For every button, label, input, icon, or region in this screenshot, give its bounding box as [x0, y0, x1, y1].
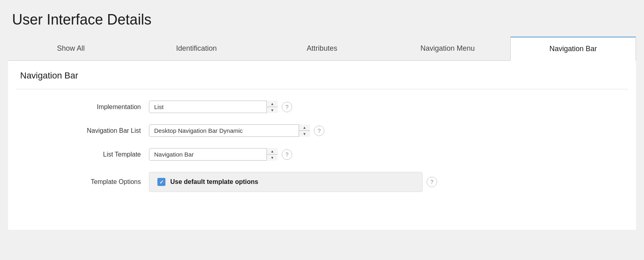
list-template-control-wrapper: Navigation Bar Custom Template ▲ ▼ ? [149, 148, 292, 161]
use-default-template-label: Use default template options [170, 178, 258, 186]
nav-bar-list-stepper-down[interactable]: ▼ [299, 131, 310, 137]
list-template-label: List Template [20, 151, 149, 158]
list-template-help-icon[interactable]: ? [282, 149, 292, 160]
tab-show-all[interactable]: Show All [8, 37, 134, 61]
implementation-help-icon[interactable]: ? [282, 102, 292, 112]
implementation-label: Implementation [20, 103, 149, 111]
template-options-control-wrapper: Use default template options ? [149, 172, 437, 192]
nav-bar-list-row: Navigation Bar List Desktop Navigation B… [20, 124, 628, 137]
tab-identification[interactable]: Identification [134, 37, 259, 61]
use-default-template-checkbox[interactable] [157, 178, 165, 186]
nav-bar-list-control-wrapper: Desktop Navigation Bar Dynamic Mobile Na… [149, 124, 324, 137]
implementation-stepper-up[interactable]: ▲ [267, 101, 278, 107]
nav-bar-list-help-icon[interactable]: ? [314, 126, 324, 136]
tab-attributes[interactable]: Attributes [259, 37, 385, 61]
list-template-select-wrapper: Navigation Bar Custom Template ▲ ▼ [149, 148, 278, 161]
implementation-control-wrapper: List Tabs Buttons ▲ ▼ ? [149, 101, 292, 113]
nav-bar-list-label: Navigation Bar List [20, 127, 149, 134]
content-area: Navigation Bar Implementation List Tabs … [8, 61, 636, 230]
nav-bar-list-stepper-up[interactable]: ▲ [299, 124, 310, 131]
template-options-help-icon[interactable]: ? [427, 177, 437, 187]
list-template-stepper: ▲ ▼ [266, 148, 278, 161]
template-options-row: Template Options Use default template op… [20, 172, 628, 192]
nav-bar-list-select-wrapper: Desktop Navigation Bar Dynamic Mobile Na… [149, 124, 310, 137]
section-title: Navigation Bar [16, 70, 628, 81]
list-template-row: List Template Navigation Bar Custom Temp… [20, 148, 628, 161]
tabs-bar: Show All Identification Attributes Navig… [8, 36, 636, 61]
section-divider [16, 89, 628, 89]
template-options-label: Template Options [20, 178, 149, 186]
implementation-stepper: ▲ ▼ [266, 101, 278, 113]
list-template-select[interactable]: Navigation Bar Custom Template [149, 148, 278, 161]
template-options-box: Use default template options [149, 172, 423, 192]
page-container: User Interface Details Show All Identifi… [0, 0, 644, 260]
nav-bar-list-stepper: ▲ ▼ [299, 124, 310, 137]
implementation-row: Implementation List Tabs Buttons ▲ ▼ [20, 101, 628, 113]
implementation-select[interactable]: List Tabs Buttons [149, 101, 278, 113]
list-template-stepper-down[interactable]: ▼ [267, 155, 278, 161]
list-template-stepper-up[interactable]: ▲ [267, 148, 278, 155]
tab-navigation-menu[interactable]: Navigation Menu [385, 37, 510, 61]
page-title: User Interface Details [8, 11, 636, 28]
tab-navigation-bar[interactable]: Navigation Bar [510, 37, 636, 61]
implementation-select-wrapper: List Tabs Buttons ▲ ▼ [149, 101, 278, 113]
implementation-stepper-down[interactable]: ▼ [267, 107, 278, 113]
nav-bar-list-select[interactable]: Desktop Navigation Bar Dynamic Mobile Na… [149, 124, 310, 137]
form-rows: Implementation List Tabs Buttons ▲ ▼ [16, 101, 628, 192]
